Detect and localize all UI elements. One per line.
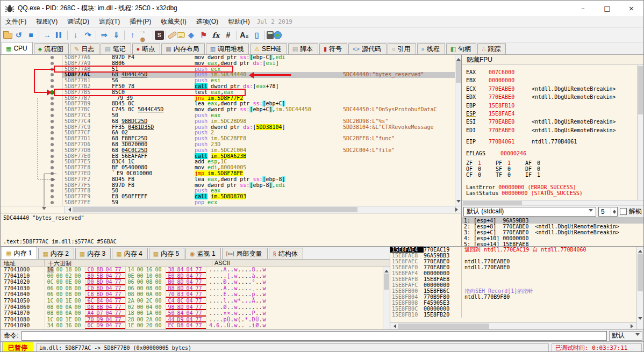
stack-row[interactable]: 15E8FAEC770EABE0ntdll.770EABE0 [390, 258, 643, 264]
breakpoint-dot[interactable] [51, 102, 54, 105]
run-to-user-code-icon[interactable]: ⇓ [110, 30, 123, 41]
dump-row[interactable]: 770410501C001E006C8404772A002C00C48C0477… [1, 298, 390, 304]
stack-vscrollbar[interactable] [636, 247, 643, 329]
breakpoint-dot[interactable] [51, 143, 54, 146]
register-row[interactable]: ECX770EABE0<ntdll.DbgUiRemoteBreakin> [466, 85, 636, 93]
stack-row[interactable]: 15E8FAFC00000000 [390, 282, 643, 288]
argument-row[interactable]: 3: [esp+C] 770EABE0 <ntdll.DbgUiRemoteBr… [462, 229, 643, 235]
breakpoint-dot[interactable] [51, 126, 54, 129]
tab-SEH链[interactable]: ⚠SEH链 [250, 43, 287, 54]
breakpoint-dot[interactable] [51, 62, 54, 65]
tab-脚本[interactable]: ▤脚本 [288, 43, 318, 54]
dump-row[interactable]: 7704100016001800C08B04771400160038840477… [1, 267, 390, 273]
breakpoint-dot[interactable] [51, 166, 54, 169]
register-row[interactable]: ESI770EABE0<ntdll.DbgUiRemoteBreakin> [466, 118, 636, 126]
breakpoint-dot[interactable] [51, 149, 54, 152]
breakpoint-dot[interactable] [51, 79, 54, 82]
stack-row[interactable]: 15E8FAF815E8FAE8 [390, 276, 643, 282]
tab-日志[interactable]: ✎日志 [70, 43, 99, 54]
tab-流程图[interactable]: ♣流程图 [34, 43, 69, 54]
tab-句柄[interactable]: ◧句柄 [446, 43, 476, 54]
tab-局部变量[interactable]: [x=]局部变量 [222, 248, 268, 259]
disassembly-hscrollbar[interactable] [1, 206, 461, 213]
dump-row[interactable]: 770410200C000E00D08D047706000800B08D0477… [1, 279, 390, 285]
dump-row[interactable]: 7704101000000200805B04770E001000E08D0477… [1, 273, 390, 279]
argument-row[interactable]: 4: [esp+10] 00000000 [462, 235, 643, 241]
minimize-button[interactable]: – [571, 1, 595, 16]
register-row[interactable]: EIP770B4061ntdll.770B4061 [466, 138, 636, 146]
command-profile-dropdown[interactable]: 默认 [609, 331, 642, 341]
globe-icon[interactable] [274, 31, 282, 39]
tab-源代码[interactable]: <>源代码 [348, 43, 387, 54]
breakpoint-dot[interactable] [51, 172, 54, 175]
hide-fpu-button[interactable]: 隐藏FPU [462, 55, 643, 65]
registers-hscrollbar[interactable] [462, 200, 643, 205]
breakpoint-dot[interactable] [51, 108, 54, 111]
patches-icon[interactable] [168, 31, 177, 39]
stack-row[interactable]: 15E8FB08F45905E3 [390, 300, 643, 306]
tab-内存 3[interactable]: ▦内存 3 [75, 248, 111, 259]
open-file-icon[interactable] [3, 33, 12, 39]
execute-till-return-icon[interactable]: ⇒ [98, 30, 110, 41]
breakpoint-dot[interactable] [51, 56, 54, 59]
menu-item[interactable]: 视图(V) [31, 16, 62, 27]
breakpoint-dot[interactable] [51, 189, 54, 192]
labels-icon[interactable]: ◈ [185, 30, 197, 41]
argument-row[interactable]: 1: [esp+4] 96A59BB3 [462, 218, 643, 224]
bookmarks-icon[interactable]: ⚑ [197, 30, 210, 41]
disassembly-vscrollbar[interactable] [455, 55, 461, 206]
breakpoint-dot[interactable] [51, 160, 54, 163]
breakpoint-dot[interactable] [51, 73, 54, 76]
close-button[interactable]: × [619, 1, 643, 16]
dump-row[interactable]: 770410801C001E0070D9047728002A0044D90477… [1, 317, 390, 323]
tab-内存 2[interactable]: ▦内存 2 [38, 248, 74, 259]
tab-内存布局[interactable]: ▦内存布局 [161, 43, 204, 54]
breakpoint-dot[interactable] [51, 97, 54, 100]
breakpoint-dot[interactable] [51, 184, 54, 187]
scylla-icon[interactable]: S [155, 31, 164, 40]
step-over-icon[interactable]: ↷ [82, 30, 94, 41]
run-icon[interactable]: → [41, 30, 53, 41]
breakpoint-dot[interactable] [51, 155, 54, 158]
registers-vscrollbar[interactable] [637, 65, 643, 200]
breakpoint-dot[interactable] [51, 195, 54, 198]
pause-icon[interactable]: ▌▌ [53, 30, 66, 41]
menu-item[interactable]: 调试(D) [62, 16, 94, 27]
argument-row[interactable]: 5: [esp+14] 15E8FAE8 [462, 241, 643, 246]
dump-row[interactable]: 7704107008000A00A4D7047718001A0050840477… [1, 310, 390, 317]
disasm-row[interactable]: 5D8F77FE59pop ecx [1, 200, 461, 206]
calculator-icon[interactable] [267, 31, 274, 39]
dump-row[interactable]: 77041090340036000CD904771E002000ECD80477… [1, 322, 390, 329]
stack-row[interactable]: 15E8FB04770B9F80ntdll.770B9F80 [390, 294, 643, 300]
register-row[interactable]: ESP15E8FAE4 [466, 110, 636, 118]
register-row[interactable]: EBP15E8FB10 [466, 102, 636, 110]
arg-count-spinner[interactable]: 5 [598, 207, 618, 217]
stack-hscrollbar[interactable] [390, 322, 636, 329]
menu-item[interactable]: 收藏夹(I) [156, 16, 191, 27]
comments-icon[interactable] [177, 32, 185, 38]
stack-row[interactable]: 15E8FB0C00000000 [390, 306, 643, 312]
step-into-icon[interactable]: ↓ [69, 30, 82, 41]
attach-icon[interactable]: →☻ [139, 30, 151, 41]
menu-item[interactable]: 文件(F) [1, 16, 31, 27]
breakpoint-dot[interactable] [51, 114, 54, 117]
dump-vscrollbar[interactable] [383, 267, 390, 329]
tab-CPU[interactable]: ▦CPU [2, 42, 33, 54]
command-input[interactable] [22, 331, 607, 341]
ascii-table-icon[interactable]: A₂ [238, 30, 251, 41]
menu-item[interactable]: 插件(P) [125, 16, 156, 27]
tab-符号[interactable]: ▮符号 [319, 43, 347, 54]
tab-线程[interactable]: »线程 [417, 43, 445, 54]
tab-监视 1[interactable]: ◉监视 1 [185, 248, 221, 259]
tab-调用堆栈[interactable]: ▥调用堆栈 [206, 43, 249, 54]
menu-item[interactable]: 选项(O) [191, 16, 223, 27]
notes-icon[interactable]: ▯ [251, 30, 263, 41]
breakpoint-dot[interactable] [51, 201, 54, 204]
tab-跟踪[interactable]: ∴跟踪 [477, 43, 506, 54]
tab-内存 4[interactable]: ▦内存 4 [112, 248, 147, 259]
stack-row[interactable]: 15E8FAE896A59BB3 [390, 253, 643, 258]
disasm-row[interactable]: 5D8F77DB68 04C0C25Dpush im.5DC2C0045DC2C… [1, 148, 461, 154]
argument-row[interactable]: 2: [esp+8] 770EABE0 <ntdll.DbgUiRemoteBr… [462, 224, 643, 229]
menu-item[interactable]: 帮助(H) [223, 16, 255, 27]
breakpoint-dot[interactable] [51, 178, 54, 181]
